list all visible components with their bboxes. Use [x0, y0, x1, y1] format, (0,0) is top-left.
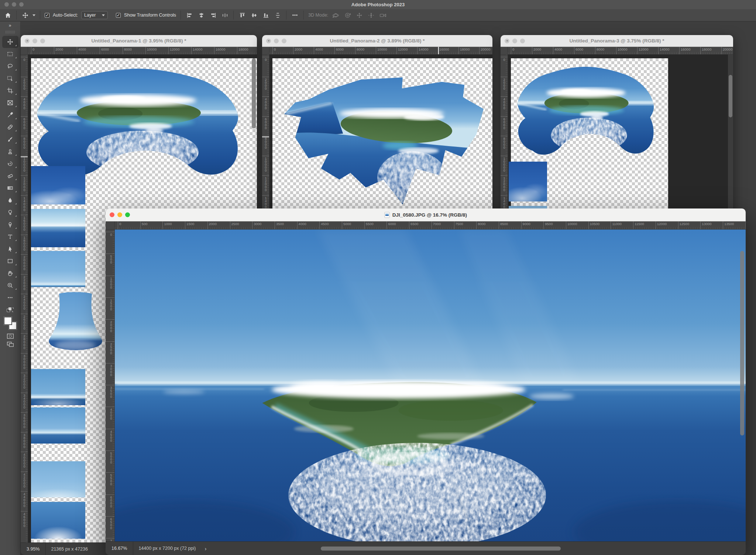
source-frame-thumbnail-warped [45, 292, 106, 351]
foreground-color-swatch[interactable] [4, 317, 12, 325]
vertical-scrollbar[interactable] [740, 251, 744, 435]
align-bottom-edges-icon[interactable] [262, 11, 270, 19]
photo-canvas[interactable] [115, 230, 746, 541]
window-titlebar[interactable]: DJI_0580.JPG @ 16.7% (RGB/8) [106, 208, 746, 221]
swap-colors-icon[interactable] [7, 307, 14, 313]
home-icon[interactable] [4, 11, 12, 19]
3d-roll-icon[interactable] [343, 11, 351, 19]
zoom-window-icon[interactable] [125, 213, 130, 217]
zoom-window-icon[interactable] [520, 38, 525, 43]
align-vertical-centers-icon[interactable] [250, 11, 258, 19]
distribute-vertical-icon[interactable] [274, 11, 282, 19]
status-options-chevron-icon[interactable]: › [201, 545, 210, 552]
vertical-ruler[interactable]: 0500100015002000250030003500400045005000… [106, 230, 115, 541]
dodge-tool[interactable] [2, 206, 18, 218]
screen-mode-icon[interactable] [7, 341, 14, 347]
vertical-scrollbar[interactable] [252, 58, 256, 128]
window-titlebar[interactable]: Untitled_Panorama-1 @ 3.95% (RGB/8) * [21, 35, 257, 47]
move-tool[interactable] [2, 36, 18, 48]
marquee-tool[interactable] [2, 48, 18, 60]
auto-select-checkbox[interactable]: ✓ [45, 13, 49, 18]
horizontal-ruler[interactable]: 0500100015002000250030003500400045005000… [115, 221, 746, 229]
ruler-corner[interactable] [106, 221, 115, 229]
crop-tool[interactable] [2, 85, 18, 97]
pen-tool[interactable] [2, 218, 18, 231]
horizontal-ruler[interactable]: 0200040006000800010000120001400016000180… [28, 47, 257, 54]
move-tool-icon[interactable] [21, 11, 29, 19]
3d-pan-icon[interactable] [355, 11, 363, 19]
window-controls[interactable] [505, 38, 525, 43]
app-window-controls[interactable] [4, 2, 24, 7]
frame-tool[interactable] [2, 97, 18, 109]
eraser-tool[interactable] [2, 170, 18, 182]
hand-tool[interactable] [2, 267, 18, 279]
close-icon[interactable] [505, 38, 509, 43]
zoom-tool[interactable] [2, 279, 18, 292]
source-frame-thumbnail [31, 369, 85, 405]
3d-orbit-icon[interactable] [331, 11, 340, 19]
ruler-corner[interactable] [21, 47, 28, 54]
vertical-ruler[interactable]: 0200040006000800010000120001400016000180… [21, 55, 28, 542]
history-brush-tool[interactable] [2, 158, 18, 170]
document-proxy-icon[interactable] [384, 212, 390, 218]
gradient-tool[interactable] [2, 182, 18, 194]
zoom-window-icon[interactable] [282, 38, 286, 43]
type-tool[interactable] [2, 231, 18, 243]
horizontal-scrollbar[interactable] [321, 547, 561, 551]
panel-grip[interactable] [6, 31, 15, 34]
zoom-window-icon[interactable] [40, 38, 45, 43]
close-icon[interactable] [25, 38, 30, 43]
show-transform-checkbox[interactable]: ✓ [116, 13, 121, 18]
expand-panel-icon[interactable]: » [9, 23, 12, 30]
horizontal-scrollbar-track[interactable] [210, 542, 746, 555]
path-selection-tool[interactable] [2, 243, 18, 255]
lasso-tool[interactable] [2, 60, 18, 72]
object-selection-tool[interactable] [2, 72, 18, 85]
3d-dolly-camera-icon[interactable] [379, 11, 387, 19]
minimize-icon[interactable] [512, 38, 517, 43]
window-controls[interactable] [110, 213, 130, 217]
minimize-icon[interactable] [12, 2, 16, 7]
minimize-icon[interactable] [32, 38, 37, 43]
tool-preset-chevron-icon[interactable] [32, 14, 35, 16]
close-icon[interactable] [266, 38, 271, 43]
clone-stamp-tool[interactable] [2, 145, 18, 158]
align-horizontal-centers-icon[interactable] [197, 11, 205, 19]
zoom-level-field[interactable]: 16.67% [106, 542, 133, 555]
zoom-window-icon[interactable] [19, 2, 24, 7]
ruler-tick-label: 8000 [262, 136, 269, 149]
foreground-background-swatches[interactable] [4, 317, 17, 330]
align-left-edges-icon[interactable] [185, 11, 193, 19]
blur-tool[interactable] [2, 194, 18, 206]
align-top-edges-icon[interactable] [238, 11, 246, 19]
quick-mask-icon[interactable] [7, 333, 14, 339]
window-controls[interactable] [266, 38, 286, 43]
spot-healing-tool[interactable] [2, 121, 18, 133]
zoom-level-field[interactable]: 3.95% [21, 543, 46, 555]
minimize-icon[interactable] [117, 213, 122, 217]
close-icon[interactable] [4, 2, 9, 7]
align-right-edges-icon[interactable] [209, 11, 217, 19]
distribute-horizontal-icon[interactable] [221, 11, 229, 19]
vertical-scrollbar[interactable] [729, 75, 732, 117]
horizontal-ruler[interactable]: 0200040006000800010000120001400016000180… [508, 47, 733, 54]
window-titlebar[interactable]: Untitled_Panorama-2 @ 3.89% (RGB/8) * [262, 35, 492, 47]
eyedropper-tool[interactable] [2, 109, 18, 121]
edit-toolbar-tool[interactable] [2, 292, 18, 304]
ruler-tick-label: 14000 [191, 47, 202, 54]
canvas-area[interactable] [115, 230, 746, 541]
close-icon[interactable] [110, 213, 114, 217]
ruler-tick-label: 1500 [185, 221, 194, 229]
window-titlebar[interactable]: Untitled_Panorama-3 @ 3.75% (RGB/8) * [501, 35, 733, 47]
brush-tool[interactable] [2, 133, 18, 145]
ruler-corner[interactable] [262, 47, 269, 54]
ruler-corner[interactable] [501, 47, 508, 54]
3d-slide-icon[interactable] [367, 11, 375, 19]
document-window-dji-0580[interactable]: DJI_0580.JPG @ 16.7% (RGB/8) 05001000150… [106, 208, 746, 555]
more-options-icon[interactable] [291, 11, 299, 19]
horizontal-ruler[interactable]: 0200040006000800010000120001400016000180… [269, 47, 492, 54]
rectangle-tool[interactable] [2, 255, 18, 267]
window-controls[interactable] [25, 38, 45, 43]
minimize-icon[interactable] [274, 38, 279, 43]
auto-select-dropdown[interactable]: Layer [81, 11, 108, 19]
